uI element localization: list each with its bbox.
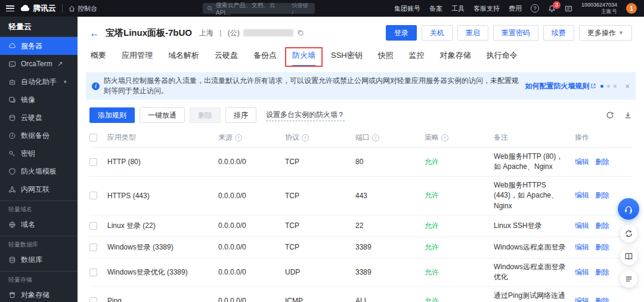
nav-group-account[interactable]: 集团账号 <box>394 4 420 13</box>
row-checkbox[interactable] <box>89 158 97 166</box>
edit-link[interactable]: 编辑 <box>575 157 589 167</box>
cell-app-type: Windows登录 (3389) <box>107 242 218 252</box>
main-content: ← 宝塔Linux面板-7bUO 上海 ｜ (公) 登录 关机 重启 重置密码 <box>78 17 644 302</box>
tab-dns[interactable]: 域名解析 <box>168 50 199 66</box>
table-row: Windows登录 (3389) 0.0.0.0/0 TCP 3389 允许 W… <box>89 237 632 258</box>
nav-billing[interactable]: 费用 <box>509 4 522 13</box>
col-port: 端口i <box>355 132 425 143</box>
nav-tools[interactable]: 工具 <box>451 4 465 13</box>
info-icon[interactable]: i <box>372 134 379 141</box>
add-rule-button[interactable]: 添加规则 <box>89 107 135 123</box>
tab-ssh-key[interactable]: SSH密钥 <box>331 50 363 66</box>
login-button[interactable]: 登录 <box>386 25 417 41</box>
restart-button[interactable]: 重启 <box>457 25 488 41</box>
renew-button[interactable]: 续费 <box>543 25 574 41</box>
sidebar-section-domain: 轻量域名 <box>0 201 78 215</box>
tab-overview[interactable]: 概要 <box>91 50 106 66</box>
sidebar-item-images[interactable]: 镜像 <box>0 91 78 109</box>
tab-object-storage[interactable]: 对象存储 <box>440 50 471 66</box>
multi-instance-firewall-link[interactable]: 设置多台实例的防火墙？ <box>266 110 345 121</box>
row-checkbox[interactable] <box>89 192 97 199</box>
cell-port: 80 <box>355 158 425 166</box>
sort-button[interactable]: 排序 <box>225 107 256 123</box>
account-role: 主账号 <box>581 8 617 15</box>
tencent-cloud-logo[interactable]: 腾讯云 <box>20 3 56 14</box>
help-icon[interactable]: ? <box>531 4 539 13</box>
delete-link[interactable]: 删除 <box>595 221 609 231</box>
menu-icon[interactable] <box>6 5 14 11</box>
delete-button[interactable]: 删除 <box>190 107 221 123</box>
edit-link[interactable]: 编辑 <box>575 296 589 302</box>
col-note: 备注 <box>494 132 575 143</box>
info-icon[interactable]: i <box>235 134 242 141</box>
firewall-info-banner: i 防火墙只控制服务器的入流量，出流量默认允许所有请求，可以设置允许或禁止公网或… <box>86 72 636 100</box>
delete-link[interactable]: 删除 <box>595 242 609 252</box>
allow-all-button[interactable]: 一键放通 <box>140 107 185 123</box>
firewall-rules-help-link[interactable]: 如何配置防火墙规则 <box>525 81 596 91</box>
ticket-list-button[interactable] <box>620 270 637 288</box>
sidebar-item-automation[interactable]: 自动化助手 ▾ <box>0 73 78 91</box>
select-all-checkbox[interactable] <box>89 134 97 141</box>
message-center[interactable] <box>565 5 572 13</box>
download-icon[interactable] <box>624 111 632 119</box>
sidebar-item-firewall-templates[interactable]: 防火墙模板 <box>0 162 78 180</box>
tab-snapshot[interactable]: 快照 <box>378 50 394 66</box>
sidebar-item-keys[interactable]: 密钥 <box>0 144 78 162</box>
nav-support[interactable]: 客服支持 <box>473 4 500 13</box>
refresh-icon[interactable] <box>606 111 614 119</box>
delete-link[interactable]: 删除 <box>595 296 609 302</box>
nav-icp[interactable]: 备案 <box>429 4 442 13</box>
tab-run-command[interactable]: 执行命令 <box>487 50 518 66</box>
tab-monitoring[interactable]: 监控 <box>409 50 425 66</box>
sidebar-item-cloud-disk[interactable]: 云硬盘 <box>0 109 78 127</box>
copy-icon[interactable] <box>297 29 304 36</box>
row-checkbox[interactable] <box>89 244 97 251</box>
delete-link[interactable]: 删除 <box>595 190 609 201</box>
shutdown-button[interactable]: 关机 <box>422 25 453 41</box>
notification-badge: 3 <box>553 1 561 9</box>
tab-cloud-disk[interactable]: 云硬盘 <box>215 50 238 66</box>
row-checkbox[interactable] <box>89 222 97 230</box>
tab-app-management[interactable]: 应用管理 <box>122 50 153 66</box>
sidebar-item-database[interactable]: 数据库 <box>0 251 78 269</box>
tab-backup-point[interactable]: 备份点 <box>253 50 277 66</box>
more-actions-button[interactable]: 更多操作▼ <box>579 25 632 41</box>
row-checkbox[interactable] <box>89 269 97 276</box>
edit-link[interactable]: 编辑 <box>575 190 589 201</box>
edit-link[interactable]: 编辑 <box>575 267 589 278</box>
carousel-dot-2[interactable] <box>607 85 610 88</box>
cell-app-type: Ping <box>107 297 218 302</box>
delete-link[interactable]: 删除 <box>595 267 609 278</box>
tab-firewall[interactable]: 防火墙 <box>292 50 315 66</box>
notification-bell[interactable]: 3 <box>548 5 556 13</box>
reset-password-button[interactable]: 重置密码 <box>493 25 538 41</box>
edit-link[interactable]: 编辑 <box>575 221 589 231</box>
carousel-dot-1[interactable] <box>600 85 603 88</box>
sidebar-item-object-storage[interactable]: 对象存储 <box>0 286 78 302</box>
carousel-dot-3[interactable] <box>614 85 617 88</box>
sidebar-item-orcaterm[interactable]: OrcaTerm ↗ <box>0 55 78 73</box>
sidebar-item-servers[interactable]: 服务器 <box>0 37 78 55</box>
back-button[interactable]: ← <box>89 28 100 38</box>
sidebar-item-backup[interactable]: 数据备份 <box>0 127 78 144</box>
sidebar-item-domain[interactable]: 域名 <box>0 215 78 233</box>
delete-link[interactable]: 删除 <box>595 157 609 167</box>
image-layers-icon <box>8 96 16 104</box>
info-icon[interactable]: i <box>302 134 309 141</box>
sidebar-item-vpc-peering[interactable]: 内网互联 <box>0 180 78 198</box>
row-checkbox[interactable] <box>89 297 97 302</box>
avatar[interactable]: 1 <box>626 3 637 14</box>
console-link[interactable]: 控制台 <box>69 4 97 13</box>
account-info[interactable]: 100036247034 主账号 <box>581 2 617 15</box>
edit-link[interactable]: 编辑 <box>575 242 589 252</box>
shield-icon <box>8 168 16 175</box>
instance-tabs: 概要 应用管理 域名解析 云硬盘 备份点 防火墙 SSH密钥 快照 监控 对象存… <box>89 50 632 66</box>
close-icon[interactable]: × <box>625 82 630 91</box>
info-icon[interactable]: i <box>441 134 448 141</box>
table-row: HTTP (80) 0.0.0.0/0 TCP 80 允许 Web服务HTTP … <box>89 148 632 177</box>
docs-button[interactable] <box>620 248 637 265</box>
search-input[interactable]: 搜索云产品、文档、云API... 快捷键 / <box>203 3 315 14</box>
customer-service-button[interactable] <box>618 198 639 220</box>
feedback-button[interactable] <box>620 225 637 242</box>
list-icon <box>624 275 633 283</box>
